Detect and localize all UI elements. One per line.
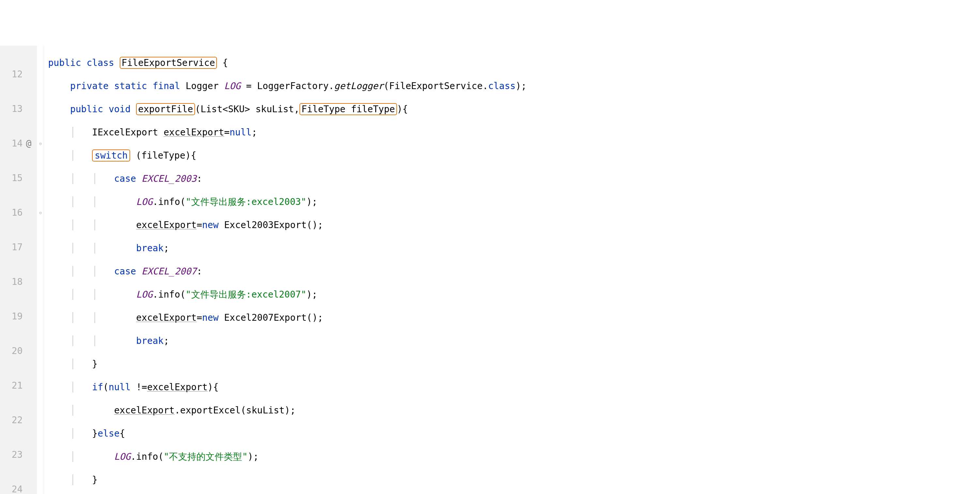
code-line[interactable]: │ IExcelExport excelExport=null; [48, 127, 527, 139]
line-number: 16 [1, 207, 22, 218]
highlight-box-method: exportFile [136, 103, 195, 115]
keyword-case: case [114, 173, 136, 184]
override-marker-icon[interactable]: @ [25, 138, 37, 150]
code-editor: 12 13 14 15 16 17 18 19 20 21 22 23 24 2… [0, 46, 980, 494]
fold-column: ⊖ ⊖ ⊖ ⊖ ⊖ ⊖ [37, 46, 44, 494]
keyword-case: case [114, 266, 136, 277]
code-line[interactable]: │ │ case EXCEL_2007: [48, 266, 527, 277]
code-line[interactable]: │ } [48, 474, 527, 486]
method-info: info [158, 196, 180, 207]
method-exportexcel: exportExcel [180, 405, 240, 416]
param-skulist: skuList [246, 405, 285, 416]
keyword-break: break [136, 243, 164, 253]
line-number: 24 [1, 484, 22, 494]
line-number: 12 [1, 69, 22, 80]
code-line[interactable]: public void exportFile(List<SKU> skuList… [48, 104, 527, 115]
keyword-public: public [48, 57, 81, 68]
keyword-static: static [114, 81, 147, 91]
var-excelexport: excelExport [114, 405, 175, 416]
class-ref: FileExportService [389, 81, 483, 91]
line-number: 22 [1, 414, 22, 426]
highlight-box-param: FileType fileType [299, 103, 397, 115]
keyword-final: final [153, 81, 180, 91]
line-number: 15 [1, 172, 22, 184]
type-logger: Logger [186, 81, 219, 91]
field-log: LOG [136, 196, 153, 207]
keyword-new: new [202, 220, 219, 230]
highlight-box-classname: FileExportService [120, 57, 217, 69]
code-line[interactable]: │ }else{ [48, 428, 527, 440]
type-excel2003export: Excel2003Export [224, 220, 307, 230]
type-iexcelexport: IExcelExport [92, 127, 158, 138]
keyword-public: public [70, 104, 103, 115]
var-excelexport: excelExport [136, 220, 196, 230]
code-line[interactable]: │ │ excelExport=new Excel2007Export(); [48, 312, 527, 323]
line-number: 21 [1, 380, 22, 392]
field-log: LOG [136, 289, 153, 300]
string-literal: "文件导出服务:excel2003" [186, 196, 306, 207]
enum-excel2003: EXCEL_2003 [142, 173, 197, 184]
type-excel2007export: Excel2007Export [224, 312, 307, 323]
code-line[interactable]: │ │ break; [48, 335, 527, 347]
keyword-if: if [92, 382, 103, 392]
string-literal: "文件导出服务:excel2007" [186, 289, 306, 300]
code-line[interactable]: │ │ LOG.info("文件导出服务:excel2007"); [48, 289, 527, 301]
enum-excel2007: EXCEL_2007 [142, 266, 197, 277]
keyword-class: class [86, 57, 114, 68]
keyword-null: null [109, 382, 130, 392]
keyword-null: null [230, 127, 251, 138]
code-line[interactable]: │ │ excelExport=new Excel2003Export(); [48, 219, 527, 231]
code-line[interactable]: │ } [48, 358, 527, 370]
fold-toggle-icon[interactable]: ⊖ [37, 138, 44, 150]
type-sku: SKU [228, 104, 245, 115]
code-line[interactable]: │ │ LOG.info("文件导出服务:excel2003"); [48, 196, 527, 208]
line-number: 19 [1, 311, 22, 322]
keyword-else: else [97, 428, 119, 439]
highlight-box-switch: switch [92, 150, 130, 161]
field-log: LOG [224, 81, 241, 91]
code-line[interactable]: │ switch (fileType){ [48, 150, 527, 161]
var-filetype: fileType [141, 150, 185, 161]
code-line[interactable]: │ │ case EXCEL_2003: [48, 173, 527, 185]
gutter-marker-column: @ [25, 46, 37, 494]
string-literal: "不支持的文件类型" [164, 451, 248, 462]
keyword-break: break [136, 335, 164, 346]
code-line[interactable]: │ excelExport.exportExcel(skuList); [48, 405, 527, 416]
line-number: 14 [1, 138, 22, 150]
method-info: info [158, 289, 180, 300]
var-excelexport: excelExport [136, 312, 196, 323]
code-line[interactable]: │ LOG.info("不支持的文件类型"); [48, 451, 527, 463]
keyword-new: new [202, 312, 219, 323]
method-info: info [136, 451, 158, 462]
fold-toggle-icon[interactable]: ⊖ [37, 207, 44, 218]
field-log: LOG [114, 451, 131, 462]
line-number: 17 [1, 241, 22, 253]
param-skulist: skuList [255, 104, 294, 115]
line-number: 13 [1, 103, 22, 115]
code-line[interactable]: │ │ break; [48, 242, 527, 254]
code-line[interactable]: │ if(null !=excelExport){ [48, 381, 527, 393]
line-number: 20 [1, 345, 22, 357]
method-getlogger: getLogger [334, 81, 383, 91]
type-list: List [200, 104, 223, 115]
keyword-private: private [70, 81, 109, 91]
line-number-gutter: 12 13 14 15 16 17 18 19 20 21 22 23 24 2… [0, 46, 25, 494]
keyword-void: void [109, 104, 130, 115]
var-excelexport: excelExport [147, 382, 207, 392]
line-number: 18 [1, 276, 22, 288]
type-loggerfactory: LoggerFactory [257, 81, 329, 91]
code-area[interactable]: public class FileExportService { private… [44, 46, 527, 494]
line-number: 23 [1, 449, 22, 461]
code-line[interactable]: private static final Logger LOG = Logger… [48, 80, 527, 92]
keyword-class-ref: class [488, 81, 515, 91]
var-excelexport: excelExport [164, 127, 224, 138]
code-line[interactable]: public class FileExportService { [48, 57, 527, 69]
